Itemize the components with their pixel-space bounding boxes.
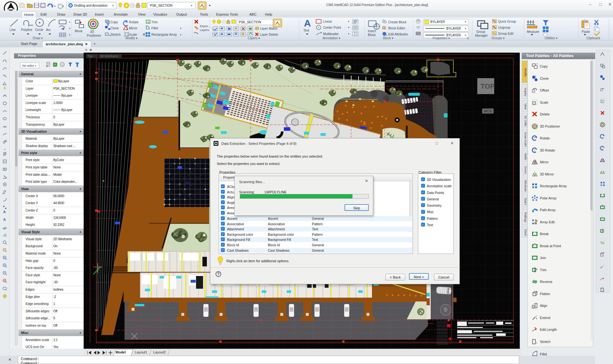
svg-text:Layer Match: Layer Match xyxy=(260,27,277,30)
svg-text:Text: Text xyxy=(303,29,309,32)
svg-text:PSK_SECTION: PSK_SECTION xyxy=(239,20,261,24)
svg-text:Group: Group xyxy=(476,30,485,33)
svg-text:Draw ▾: Draw ▾ xyxy=(33,36,42,40)
svg-text:Groups ▾: Groups ▾ xyxy=(492,36,505,40)
svg-text:Arc: Arc xyxy=(46,28,51,32)
svg-text:Edit Attributes: Edit Attributes xyxy=(388,33,408,36)
svg-text:Layer Delete: Layer Delete xyxy=(260,33,278,36)
svg-text:↻: ↻ xyxy=(467,37,469,40)
svg-text:Move: Move xyxy=(75,29,83,33)
svg-text:3D: 3D xyxy=(90,30,94,33)
svg-text:Block Editor: Block Editor xyxy=(388,26,405,30)
svg-text:Circle: Circle xyxy=(35,28,43,32)
svg-text:Ungroup: Ungroup xyxy=(498,26,511,29)
svg-text:A: A xyxy=(304,18,311,28)
svg-text:▾: ▾ xyxy=(465,34,466,37)
svg-text:Modify ▾: Modify ▾ xyxy=(125,36,137,40)
svg-text:▾: ▾ xyxy=(112,4,114,7)
svg-text:Mirror: Mirror xyxy=(129,26,138,30)
svg-text:Properties ▾: Properties ▾ xyxy=(433,36,450,40)
svg-text:BYLAYER: BYLAYER xyxy=(446,27,461,30)
svg-text:▾: ▾ xyxy=(63,5,64,8)
svg-text:A: A xyxy=(3,218,6,221)
svg-text:TOP: TOP xyxy=(481,82,495,90)
svg-text:Multileader: Multileader xyxy=(323,32,339,36)
svg-text:Trim: Trim xyxy=(151,20,158,24)
svg-text:▾: ▾ xyxy=(54,5,56,8)
svg-text:Positioner: Positioner xyxy=(87,34,101,37)
svg-text:Expre...: Expre... xyxy=(200,24,210,28)
svg-text:Block ▾: Block ▾ xyxy=(383,36,393,40)
svg-text:Annotation ▾: Annotation ▾ xyxy=(322,36,340,40)
svg-text:Rotate: Rotate xyxy=(129,20,139,24)
svg-text:▾: ▾ xyxy=(191,4,192,7)
svg-text:Scale: Scale xyxy=(129,33,137,36)
svg-text:BYLAYER: BYLAYER xyxy=(430,20,445,24)
svg-text:Group Edit: Group Edit xyxy=(498,32,513,35)
svg-text:Line: Line xyxy=(10,28,16,32)
svg-text:Stretch: Stretch xyxy=(110,33,121,36)
svg-text:Manager: Manager xyxy=(475,34,488,37)
svg-text:Rectangular Array: Rectangular Array xyxy=(151,33,177,36)
svg-text:Block: Block xyxy=(368,33,376,37)
svg-text:Utilities ▾: Utilities ▾ xyxy=(545,36,557,40)
svg-text:Create Block: Create Block xyxy=(388,20,407,24)
svg-text:Measure: Measure xyxy=(527,30,539,33)
svg-text:Polyline: Polyline xyxy=(21,28,32,32)
svg-text:Top: Top xyxy=(88,55,93,58)
svg-text:Layers ▾: Layers ▾ xyxy=(248,36,260,40)
svg-text:Paste: Paste xyxy=(582,30,590,33)
svg-text:Clone: Clone xyxy=(110,26,119,30)
svg-text:Center Point: Center Point xyxy=(323,26,341,29)
svg-text:PSK_SECTION: PSK_SECTION xyxy=(150,4,172,7)
svg-text:Copy: Copy xyxy=(110,20,118,24)
svg-text:▾: ▾ xyxy=(465,20,466,23)
svg-text:Fillet: Fillet xyxy=(151,26,158,30)
svg-text:Quick Group: Quick Group xyxy=(498,20,516,23)
svg-text:A: A xyxy=(3,210,6,214)
svg-text:Layers: Layers xyxy=(200,28,209,32)
svg-text:Clipboard: Clipboard xyxy=(587,36,600,40)
svg-text:WCS: WCS xyxy=(484,109,492,113)
svg-text:2D Wireframe: 2D Wireframe xyxy=(100,55,118,58)
svg-text:Insert: Insert xyxy=(368,29,376,33)
svg-text:▾: ▾ xyxy=(465,27,466,30)
svg-text:Drafting and Annotation: Drafting and Annotation xyxy=(74,4,108,7)
svg-text:Linear: Linear xyxy=(323,20,332,23)
